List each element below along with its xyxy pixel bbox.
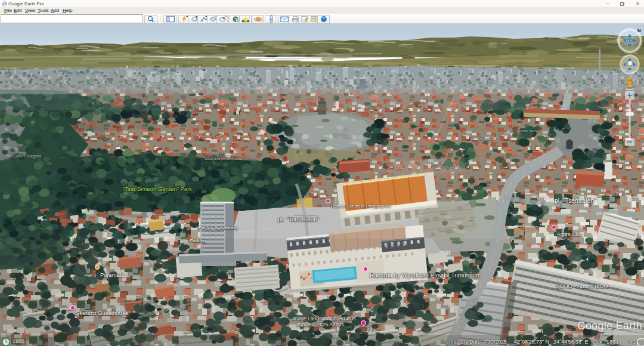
- svg-text:N: N: [637, 28, 641, 33]
